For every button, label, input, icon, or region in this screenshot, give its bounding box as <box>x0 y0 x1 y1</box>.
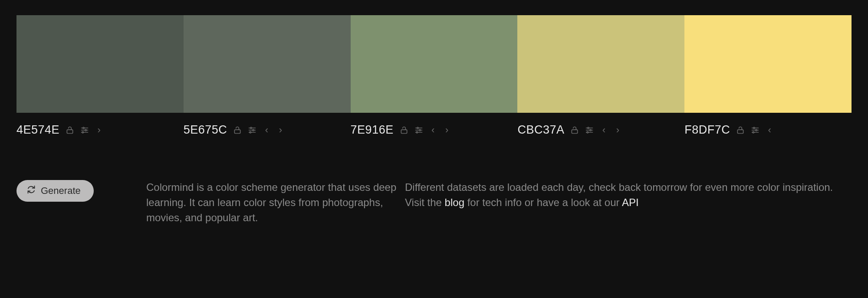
svg-rect-0 <box>67 130 72 133</box>
generate-button-label: Generate <box>41 185 81 196</box>
color-swatch[interactable] <box>517 15 684 113</box>
svg-rect-7 <box>235 130 240 133</box>
svg-point-2 <box>83 127 84 128</box>
chevron-right-icon[interactable]: › <box>95 124 103 136</box>
color-swatch[interactable] <box>184 15 351 113</box>
svg-point-27 <box>587 131 589 133</box>
description-right: Different datasets are loaded each day, … <box>405 180 852 210</box>
swatch-meta: CBC37A‹› <box>517 123 684 137</box>
chevron-left-icon[interactable]: ‹ <box>263 124 270 136</box>
refresh-icon <box>27 185 36 196</box>
lock-icon[interactable] <box>736 126 745 134</box>
api-link[interactable]: API <box>622 196 639 208</box>
lock-icon[interactable] <box>233 126 242 134</box>
swatch-meta: 5E675C‹› <box>184 123 351 137</box>
chevron-right-icon[interactable]: › <box>614 124 621 136</box>
hex-code: CBC37A <box>517 123 564 137</box>
blog-link[interactable]: blog <box>445 196 464 208</box>
sliders-icon[interactable] <box>585 126 594 134</box>
svg-rect-28 <box>738 130 743 133</box>
svg-point-6 <box>82 131 83 133</box>
svg-point-4 <box>85 129 86 131</box>
swatch-meta: F8DF7C‹ <box>684 123 852 137</box>
chevron-left-icon[interactable]: ‹ <box>600 124 608 136</box>
lock-icon[interactable] <box>66 126 74 134</box>
sliders-icon[interactable] <box>248 126 256 134</box>
svg-point-11 <box>253 129 254 131</box>
sliders-icon[interactable] <box>80 126 89 134</box>
chevron-right-icon[interactable]: › <box>276 124 284 136</box>
lock-icon[interactable] <box>400 126 408 134</box>
chevron-left-icon[interactable]: ‹ <box>429 124 437 136</box>
svg-point-34 <box>753 131 754 133</box>
palette-meta-row: 4E574E›5E675C‹›7E916E‹›CBC37A‹›F8DF7C‹ <box>16 123 852 137</box>
svg-point-9 <box>250 127 252 128</box>
swatch-meta: 7E916E‹› <box>351 123 518 137</box>
svg-point-18 <box>419 129 421 131</box>
hex-code: 7E916E <box>351 123 394 137</box>
svg-point-16 <box>417 127 418 128</box>
svg-point-25 <box>590 129 591 131</box>
color-swatch[interactable] <box>16 15 184 113</box>
lock-icon[interactable] <box>570 126 579 134</box>
color-swatch[interactable] <box>684 15 852 113</box>
svg-point-20 <box>416 131 418 133</box>
chevron-left-icon[interactable]: ‹ <box>766 124 773 136</box>
svg-point-13 <box>250 131 251 133</box>
color-swatch[interactable] <box>351 15 518 113</box>
svg-rect-21 <box>572 130 578 133</box>
svg-point-32 <box>756 129 757 131</box>
hex-code: F8DF7C <box>684 123 730 137</box>
sliders-icon[interactable] <box>751 126 760 134</box>
svg-point-23 <box>588 127 589 128</box>
sliders-icon[interactable] <box>414 126 423 134</box>
svg-point-30 <box>753 127 755 128</box>
hex-code: 4E574E <box>16 123 59 137</box>
palette-strip <box>16 15 852 113</box>
swatch-meta: 4E574E› <box>16 123 184 137</box>
description-left: Colormind is a color scheme generator th… <box>146 180 405 225</box>
hex-code: 5E675C <box>184 123 227 137</box>
chevron-right-icon[interactable]: › <box>443 124 451 136</box>
generate-button[interactable]: Generate <box>16 180 94 202</box>
svg-rect-14 <box>401 130 407 133</box>
